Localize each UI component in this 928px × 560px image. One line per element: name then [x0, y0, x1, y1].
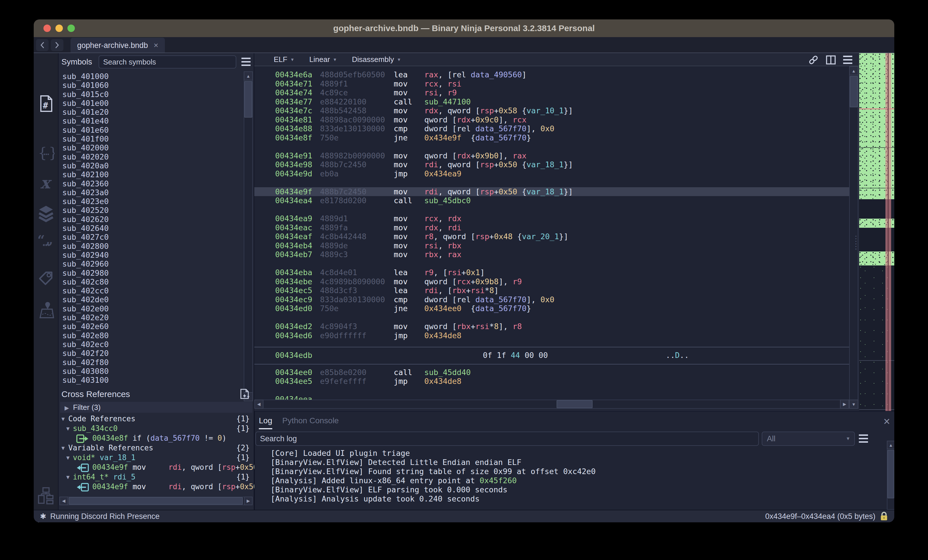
tab-close-icon[interactable]: × [154, 41, 158, 50]
xref-group-row[interactable]: ▼Code References{1} [59, 414, 254, 423]
symbols-scrollbar[interactable] [244, 72, 253, 401]
instruction-mnemonic[interactable]: mov [394, 187, 424, 196]
xref-result-row[interactable]: 00434e8f if (data_567f70 != 0) [59, 433, 254, 443]
instruction-address[interactable]: 00434eb4 [275, 241, 320, 250]
disasm-line[interactable]: 00434eba4c8d4e01lear9, [rsi+0x1] [254, 268, 849, 277]
disasm-line[interactable]: 00434eaf4c8b442448movr8, qword [rsp+0x48… [254, 232, 849, 241]
instruction-mnemonic[interactable]: mov [394, 250, 424, 259]
disasm-line[interactable]: 00434ebe4c8989b8090000movqword [rcx+0x9b… [254, 277, 849, 286]
symbols-scrollbar-thumb[interactable] [244, 81, 252, 117]
instruction-mnemonic[interactable]: mov [394, 151, 424, 160]
instruction-mnemonic[interactable]: mov [394, 223, 424, 232]
sidebar-tags-icon[interactable] [37, 269, 55, 288]
symbol-list-item[interactable]: sub_402100 [59, 170, 243, 179]
xrefs-hscrollbar-thumb[interactable] [69, 497, 243, 505]
disasm-line-selected[interactable]: 00434e9f488b7c2450movrdi, qword [rsp+0x5… [254, 187, 849, 196]
disasm-scroll-left-icon[interactable]: ◀ [254, 400, 263, 409]
instruction-operands[interactable]: qword [rcx+0x9b8], r9 [424, 277, 522, 286]
instruction-address[interactable]: 00434edb [275, 351, 320, 360]
instruction-operands[interactable]: 0x434ea9 [424, 169, 461, 178]
instruction-operands[interactable]: rcx, rdx [424, 214, 461, 223]
instruction-mnemonic[interactable]: jne [394, 133, 424, 142]
search-log-input[interactable] [255, 432, 759, 446]
split-view-icon[interactable] [826, 55, 836, 64]
tree-caret-icon[interactable]: ▼ [61, 443, 64, 453]
instruction-mnemonic[interactable]: mov [394, 115, 424, 125]
instruction-mnemonic[interactable]: mov [394, 79, 424, 88]
symbol-list-item[interactable]: sub_402800 [59, 242, 243, 251]
disasm-line[interactable]: 00434ed6e90dffffffjmp0x434de8 [254, 331, 849, 340]
disasm-line[interactable]: 00434eac4889famovrdx, rdi [254, 223, 849, 232]
view-options-menu-icon[interactable] [843, 56, 852, 64]
tab-python-console[interactable]: Python Console [282, 416, 339, 425]
symbol-list-item[interactable]: sub_402000 [59, 143, 243, 152]
instruction-address[interactable]: 00434e6a [275, 70, 320, 79]
instruction-operands[interactable]: sub_447100 [424, 97, 471, 106]
disasm-line[interactable]: 00434e744c89cemovrsi, r9 [254, 88, 849, 97]
feature-map[interactable] [859, 53, 894, 411]
symbol-list-item[interactable]: sub_402640 [59, 224, 243, 233]
instruction-address[interactable]: 00434ea4 [275, 196, 320, 205]
instruction-address[interactable]: 00434e9f [275, 187, 320, 196]
disasm-line[interactable]: 00434e88833de130130000cmpdword [rel data… [254, 124, 849, 133]
instruction-mnemonic[interactable]: mov [394, 160, 424, 169]
symbol-list-item[interactable]: sub_401e40 [59, 116, 243, 125]
disasm-line[interactable]: 00434e714889f1movrcx, rsi [254, 79, 849, 88]
tree-caret-icon[interactable]: ▼ [66, 472, 69, 482]
symbols-menu-icon[interactable] [241, 58, 250, 66]
instruction-mnemonic[interactable]: mov [394, 106, 424, 115]
instruction-address[interactable]: 00434eea [275, 395, 320, 400]
disasm-line[interactable]: 00434eb74889c3movrbx, rax [254, 250, 849, 259]
symbol-list-item[interactable]: sub_402e00 [59, 304, 243, 313]
sidebar-symbols-icon[interactable]: # [37, 94, 55, 113]
instruction-operands[interactable]: rbx, rax [424, 250, 461, 259]
symbol-list-item[interactable]: sub_402e80 [59, 331, 243, 340]
log-scroll-up-icon[interactable]: ▲ [887, 441, 894, 449]
instruction-operands[interactable]: sub_45dbc0 [424, 196, 471, 205]
sidebar-types-icon[interactable]: {} [37, 145, 55, 163]
disasm-scroll-right-icon[interactable]: ▶ [840, 400, 849, 409]
sync-link-icon[interactable] [808, 55, 818, 65]
disasm-line[interactable]: 00434e7c488b542458movrdx, qword [rsp+0x5… [254, 106, 849, 115]
instruction-mnemonic[interactable]: mov [394, 214, 424, 223]
disasm-scroll-up-icon[interactable]: ▲ [849, 66, 858, 75]
symbol-list-item[interactable]: sub_403100 [59, 376, 243, 385]
instruction-address[interactable]: 00434e81 [275, 115, 320, 125]
symbol-list-item[interactable]: sub_401f00 [59, 134, 243, 143]
xref-group-row[interactable]: ▼int64_t* rdi_5{1} [59, 472, 254, 482]
instruction-operands[interactable]: rdi, qword [rsp+0x50 {var_18_1}] [424, 187, 573, 196]
disasm-line[interactable]: 00434ee5e9fefeffffjmp0x434de8 [254, 377, 849, 386]
instruction-mnemonic[interactable]: jmp [394, 331, 424, 340]
instruction-operands[interactable]: dword [rel data_567f70], 0x0 [424, 295, 554, 304]
instruction-mnemonic[interactable]: mov [394, 322, 424, 331]
disasm-line[interactable]: 00434eea [254, 395, 849, 400]
instruction-operands[interactable]: r9, [rsi+0x1] [424, 268, 485, 277]
instruction-address[interactable]: 00434ed2 [275, 322, 320, 331]
xref-result-row[interactable]: 00434e9f mov rdi, qword [rsp+0x50] [59, 463, 254, 472]
disasm-line[interactable]: 00434e8f750ejne0x434e9f {data_567f70} [254, 133, 849, 142]
symbol-list-item[interactable]: sub_402de0 [59, 295, 243, 304]
disasm-line[interactable]: 00434e77e884220100callsub_447100 [254, 97, 849, 107]
sidebar-memory-map-icon[interactable] [37, 301, 55, 319]
disasm-line[interactable]: 00434e9deb0ajmp0x434ea9 [254, 169, 849, 178]
disasm-line[interactable]: 00434ea94889d1movrcx, rdx [254, 214, 849, 223]
disasm-line[interactable]: 00434edb0f 1f 44 00 00..D.. [254, 351, 849, 360]
instruction-mnemonic[interactable]: mov [394, 241, 424, 250]
instruction-address[interactable]: 00434ee5 [275, 377, 320, 386]
instruction-address[interactable]: 00434eb7 [275, 250, 320, 259]
instruction-address[interactable]: 00434e77 [275, 97, 320, 107]
instruction-address[interactable]: 00434e88 [275, 124, 320, 133]
symbol-list-item[interactable]: sub_401060 [59, 81, 243, 90]
symbol-list-item[interactable]: sub_402980 [59, 269, 243, 277]
instruction-mnemonic[interactable]: mov [394, 88, 424, 97]
instruction-address[interactable]: 00434ebe [275, 277, 320, 286]
instruction-mnemonic[interactable]: call [394, 196, 424, 205]
instruction-address[interactable]: 00434ec9 [275, 295, 320, 304]
titlebar[interactable]: gopher-archive.bndb — Binary Ninja Perso… [34, 20, 894, 37]
instruction-mnemonic[interactable]: mov [394, 277, 424, 286]
xref-result-row[interactable]: 00434e9f mov rdi, qword [rsp+0x50] [59, 482, 254, 492]
disasm-line[interactable]: 00434ed0750ejne0x434ee0 {data_567f70} [254, 304, 849, 313]
symbol-list-item[interactable]: sub_402e60 [59, 322, 243, 331]
symbol-list-item[interactable]: sub_4015c0 [59, 90, 243, 99]
symbol-list-item[interactable]: sub_402020 [59, 152, 243, 161]
